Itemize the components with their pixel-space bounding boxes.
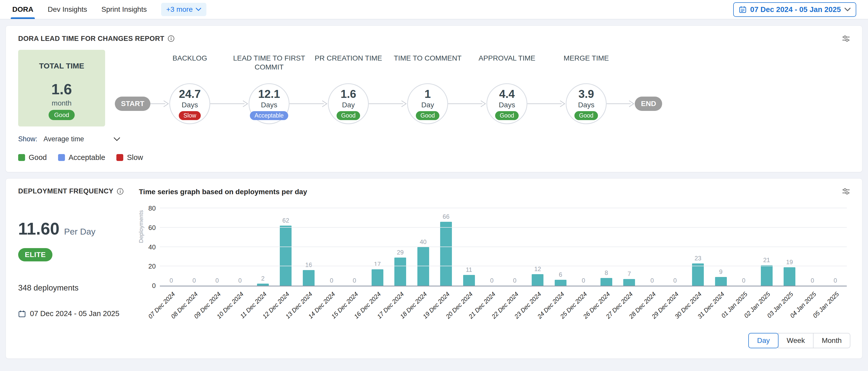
legend-item-acceptable: Acceptable: [58, 153, 105, 162]
bar-value-label: 0: [169, 277, 173, 284]
bar-column: 7: [618, 208, 641, 286]
stage-pr-creation-time: PR CREATION TIME 1.6 Day Good: [328, 83, 369, 124]
stage-name: MERGE TIME: [547, 54, 626, 63]
show-label: Show:: [18, 135, 37, 143]
deployment-rate-value: 11.60: [18, 219, 60, 238]
y-tick-label: 20: [148, 262, 156, 270]
calendar-icon: [739, 6, 746, 13]
tab-dora[interactable]: DORA: [12, 0, 33, 19]
stage-value: 1: [425, 88, 431, 100]
bar[interactable]: [600, 278, 612, 286]
bar-value-label: 12: [534, 266, 541, 273]
more-tabs-button[interactable]: +3 more: [161, 3, 207, 16]
bar-value-label: 0: [582, 277, 585, 284]
bar[interactable]: [280, 226, 291, 286]
bar-value-label: 0: [330, 277, 333, 284]
bar-column: 0: [824, 208, 847, 286]
tab-dev-insights[interactable]: Dev Insights: [48, 0, 87, 19]
y-tick-label: 0: [152, 282, 156, 290]
bar[interactable]: [372, 269, 383, 286]
flow-end-pill: END: [635, 97, 662, 111]
bar-value-label: 2: [261, 275, 265, 282]
bar-value-label: 7: [628, 270, 631, 277]
granularity-month-button[interactable]: Month: [813, 333, 850, 348]
bar-value-label: 0: [673, 277, 677, 284]
bar[interactable]: [257, 283, 269, 286]
calendar-icon: [18, 310, 26, 317]
x-labels: 07 Dec 202408 Dec 202409 Dec 202410 Dec …: [160, 288, 847, 329]
status-legend: Good Acceptable Slow: [18, 153, 850, 162]
bar[interactable]: [394, 258, 406, 286]
bar-value-label: 0: [490, 277, 494, 284]
y-tick-label: 40: [148, 243, 156, 251]
bar[interactable]: [303, 270, 315, 286]
sliders-settings-icon[interactable]: [842, 187, 850, 196]
bars: 0000262160017294066110012608700239021190…: [160, 208, 847, 286]
sliders-settings-icon[interactable]: [842, 34, 850, 43]
deployment-title-text: DEPLOYMENT FREQUENCY: [18, 187, 114, 195]
bar-column: 8: [595, 208, 618, 286]
total-time-status-badge: Good: [49, 110, 75, 120]
y-axis-title: Deployments: [138, 210, 145, 243]
stage-value: 24.7: [179, 88, 201, 100]
deployment-date-range: 07 Dec 2024 - 05 Jan 2025: [30, 309, 119, 318]
granularity-day-button[interactable]: Day: [748, 333, 778, 348]
stage-circle: 1.6 Day Good: [328, 83, 369, 124]
top-navigation: DORA Dev Insights Sprint Insights +3 mor…: [0, 0, 868, 20]
flow-arrow-icon: [369, 99, 407, 108]
date-range-picker[interactable]: 07 Dec 2024 - 05 Jan 2025: [733, 2, 856, 17]
bar-value-label: 62: [282, 217, 289, 224]
flow-arrow-icon: [289, 99, 328, 108]
bar-column: 62: [274, 208, 298, 286]
info-icon[interactable]: [117, 188, 124, 195]
deployments-total: 348 deployments: [18, 283, 138, 293]
total-time-unit: month: [52, 99, 72, 107]
date-range-value: 07 Dec 2024 - 05 Jan 2025: [750, 5, 841, 14]
bar-value-label: 40: [420, 238, 427, 245]
granularity-week-button[interactable]: Week: [778, 333, 813, 348]
deployment-stats: 11.60 Per Day ELITE 348 deployments 07 D…: [18, 205, 138, 330]
show-mode-value: Average time: [43, 135, 84, 143]
gridline: [160, 208, 847, 208]
bar[interactable]: [761, 265, 773, 286]
flow-arrow-icon: [527, 99, 566, 108]
bar-column: 0: [160, 208, 183, 286]
deployment-frequency-card: DEPLOYMENT FREQUENCY Time series graph b…: [6, 178, 862, 359]
bar-column: 16: [297, 208, 320, 286]
legend-item-slow: Slow: [116, 153, 143, 162]
stage-circle: 24.7 Days Slow: [169, 83, 210, 124]
stage-circle: 12.1 Days Acceptable: [249, 83, 289, 124]
bar-column: 0: [503, 208, 526, 286]
bar[interactable]: [692, 263, 704, 286]
bar[interactable]: [417, 247, 429, 286]
deployment-rate-unit: Per Day: [64, 227, 96, 237]
elite-tier-badge: ELITE: [18, 248, 53, 261]
bar[interactable]: [715, 277, 727, 286]
bar-column: 29: [389, 208, 412, 286]
stage-circle: 3.9 Days Good: [566, 83, 607, 124]
bar-value-label: 11: [466, 266, 472, 273]
bar-column: 0: [229, 208, 252, 286]
bar[interactable]: [555, 280, 566, 286]
report-tabs: DORA Dev Insights Sprint Insights +3 mor…: [12, 0, 207, 19]
stage-value: 1.6: [341, 88, 356, 100]
flow-arrow-icon: [607, 99, 635, 108]
chevron-down-icon: [114, 137, 120, 141]
gridline: [160, 246, 847, 247]
stage-approval-time: APPROVAL TIME 4.4 Days Good: [487, 83, 527, 124]
x-tick-cell: 05 Jan 2025: [824, 288, 847, 329]
bar[interactable]: [623, 279, 635, 286]
bar[interactable]: [784, 267, 795, 286]
bar-value-label: 0: [650, 277, 654, 284]
tab-sprint-insights[interactable]: Sprint Insights: [101, 0, 147, 19]
granularity-toggle: Day Week Month: [748, 333, 850, 348]
bar-column: 0: [343, 208, 366, 286]
bar[interactable]: [532, 274, 544, 286]
total-time-tile: TOTAL TIME 1.6 month Good: [18, 50, 105, 127]
bar[interactable]: [463, 275, 475, 286]
stage-circle: 1 Day Good: [407, 83, 448, 124]
show-mode-dropdown[interactable]: Average time: [43, 135, 120, 143]
bar[interactable]: [440, 222, 452, 286]
stage-unit: Day: [342, 101, 355, 109]
info-icon[interactable]: [167, 35, 175, 42]
